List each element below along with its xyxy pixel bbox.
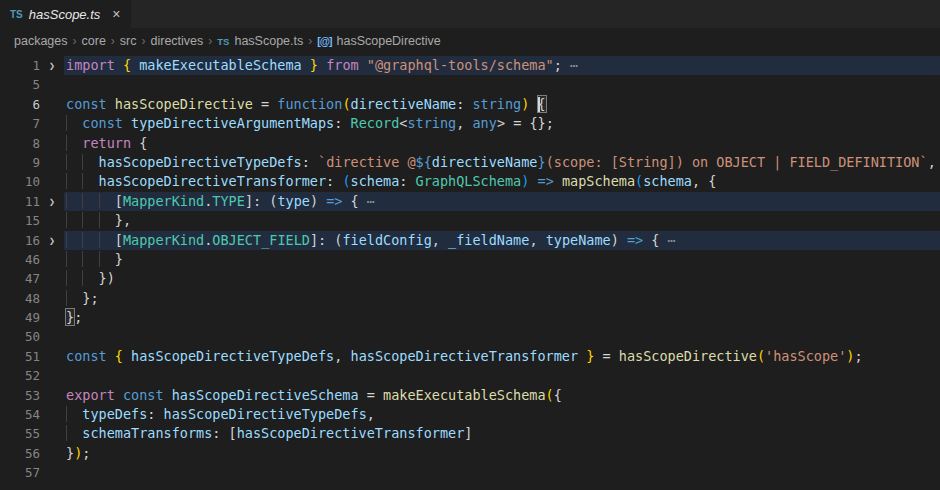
code-text [64, 327, 940, 346]
code-line[interactable]: 56}); [0, 444, 940, 463]
code-line[interactable]: 7 const typeDirectiveArgumentMaps: Recor… [0, 114, 940, 133]
code-line[interactable]: 16❯ [MapperKind.OBJECT_FIELD]: (fieldCon… [0, 231, 940, 250]
fold-gutter [40, 114, 64, 133]
line-number[interactable]: 7 [0, 114, 40, 133]
line-number[interactable]: 9 [0, 153, 40, 172]
code-line[interactable]: 53export const hasScopeDirectiveSchema =… [0, 386, 940, 405]
line-number[interactable]: 52 [0, 366, 40, 385]
code-line[interactable]: 11❯ [MapperKind.TYPE]: (type) => { ⋯ [0, 192, 940, 211]
line-number[interactable]: 1 [0, 56, 40, 75]
fold-gutter [40, 289, 64, 308]
breadcrumb-item-directives[interactable]: directives [151, 34, 204, 48]
code-line[interactable]: 8 return { [0, 134, 940, 153]
line-number[interactable]: 5 [0, 75, 40, 94]
code-line[interactable]: 54 typeDefs: hasScopeDirectiveTypeDefs, [0, 405, 940, 424]
indent-guide [66, 154, 82, 170]
fold-chevron-icon[interactable]: ❯ [40, 192, 64, 211]
fold-gutter [40, 95, 64, 114]
code-text: const hasScopeDirective = function(direc… [64, 95, 940, 114]
indent-guide [66, 232, 82, 248]
code-line[interactable]: 46 } [0, 250, 940, 269]
code-text [64, 75, 940, 94]
line-number[interactable]: 11 [0, 192, 40, 211]
fold-gutter [40, 75, 64, 94]
tab-hasscope[interactable]: TS hasScope.ts × [0, 0, 131, 28]
line-number[interactable]: 6 [0, 95, 40, 114]
code-text: }; [64, 289, 940, 308]
code-line[interactable]: 10 hasScopeDirectiveTransformer: (schema… [0, 172, 940, 191]
code-text: schemaTransforms: [hasScopeDirectiveTran… [64, 424, 940, 443]
indent-guide [82, 251, 98, 267]
code-line[interactable]: 48 }; [0, 289, 940, 308]
line-number[interactable]: 46 [0, 250, 40, 269]
line-number[interactable]: 15 [0, 211, 40, 230]
fold-gutter [40, 327, 64, 346]
indent-guide [99, 212, 115, 228]
line-number[interactable]: 10 [0, 172, 40, 191]
fold-gutter [40, 463, 64, 482]
line-number[interactable]: 54 [0, 405, 40, 424]
line-number[interactable]: 50 [0, 327, 40, 346]
code-line[interactable]: 15 }, [0, 211, 940, 230]
breadcrumb: packages›core›src›directives›TShasScope.… [0, 28, 940, 54]
code-line[interactable]: 1❯import { makeExecutableSchema } from "… [0, 56, 940, 75]
breadcrumb-item-core[interactable]: core [82, 34, 106, 48]
fold-gutter [40, 172, 64, 191]
code-line[interactable]: 57 [0, 463, 940, 482]
fold-gutter [40, 444, 64, 463]
code-text: }; [64, 308, 940, 327]
line-number[interactable]: 51 [0, 347, 40, 366]
code-editor[interactable]: 1❯import { makeExecutableSchema } from "… [0, 54, 940, 483]
code-line[interactable]: 52 [0, 366, 940, 385]
fold-gutter [40, 424, 64, 443]
breadcrumb-separator-icon: › [73, 34, 77, 48]
line-number[interactable]: 8 [0, 134, 40, 153]
symbol-variable-icon: [@] [317, 35, 331, 47]
code-line[interactable]: 50 [0, 327, 940, 346]
breadcrumb-item-src[interactable]: src [120, 34, 137, 48]
indent-guide [82, 232, 98, 248]
line-number[interactable]: 49 [0, 308, 40, 327]
code-line[interactable]: 9 hasScopeDirectiveTypeDefs: `directive … [0, 153, 940, 172]
code-text [64, 366, 940, 385]
fold-chevron-icon[interactable]: ❯ [40, 231, 64, 250]
breadcrumb-item-file[interactable]: hasScope.ts [234, 34, 303, 48]
breadcrumb-separator-icon: › [208, 34, 212, 48]
breadcrumb-item-symbol[interactable]: hasScopeDirective [336, 34, 440, 48]
line-number[interactable]: 48 [0, 289, 40, 308]
indent-guide [66, 290, 82, 306]
line-number[interactable]: 16 [0, 231, 40, 250]
typescript-file-icon: TS [217, 36, 229, 47]
code-line[interactable]: 55 schemaTransforms: [hasScopeDirectiveT… [0, 424, 940, 443]
code-text: const { hasScopeDirectiveTypeDefs, hasSc… [64, 347, 940, 366]
breadcrumb-separator-icon: › [308, 34, 312, 48]
close-tab-icon[interactable]: × [112, 7, 120, 21]
fold-gutter [40, 308, 64, 327]
code-line[interactable]: 6const hasScopeDirective = function(dire… [0, 95, 940, 114]
line-number[interactable]: 53 [0, 386, 40, 405]
line-number[interactable]: 56 [0, 444, 40, 463]
code-line[interactable]: 47 }) [0, 269, 940, 288]
code-text: typeDefs: hasScopeDirectiveTypeDefs, [64, 405, 940, 424]
breadcrumb-separator-icon: › [111, 34, 115, 48]
line-number[interactable]: 57 [0, 463, 40, 482]
indent-guide [82, 154, 98, 170]
fold-gutter [40, 211, 64, 230]
code-text: hasScopeDirectiveTypeDefs: `directive @$… [64, 153, 940, 172]
breadcrumb-item-packages[interactable]: packages [14, 34, 68, 48]
line-number[interactable]: 47 [0, 269, 40, 288]
line-number[interactable]: 55 [0, 424, 40, 443]
code-text: [MapperKind.OBJECT_FIELD]: (fieldConfig,… [64, 231, 940, 250]
code-line[interactable]: 51const { hasScopeDirectiveTypeDefs, has… [0, 347, 940, 366]
code-text: }); [64, 444, 940, 463]
indent-guide [82, 270, 98, 286]
indent-guide [66, 193, 82, 209]
code-text: return { [64, 134, 940, 153]
code-line[interactable]: 49}; [0, 308, 940, 327]
code-line[interactable]: 5 [0, 75, 940, 94]
text-cursor [538, 97, 540, 112]
indent-guide [66, 270, 82, 286]
code-text: export const hasScopeDirectiveSchema = m… [64, 386, 940, 405]
indent-guide [66, 135, 82, 151]
fold-chevron-icon[interactable]: ❯ [40, 56, 64, 75]
